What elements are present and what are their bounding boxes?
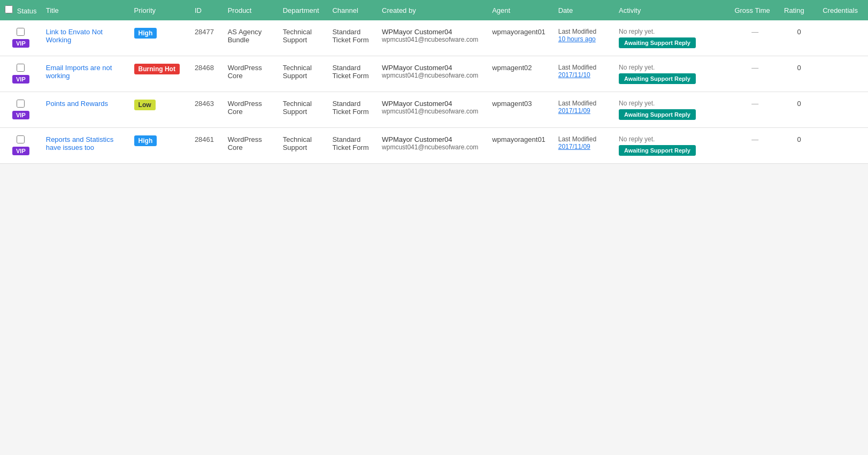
row-agent: wpmagent02 xyxy=(488,56,554,92)
col-header-id: ID xyxy=(190,0,224,20)
row-date: Last Modified 10 hours ago xyxy=(554,20,614,56)
table-header-row: Status Title Priority ID Product Departm… xyxy=(0,0,868,20)
row-agent: wpmagent03 xyxy=(488,92,554,128)
createdby-email: wpmcust041@ncubesofware.com xyxy=(382,72,483,79)
createdby-name: WPMayor Customer04 xyxy=(382,64,483,72)
row-credentials xyxy=(818,20,868,56)
row-status-cell: VIP xyxy=(0,92,42,128)
vip-badge: VIP xyxy=(12,75,29,84)
col-header-department: Department xyxy=(279,0,328,20)
date-label: Last Modified xyxy=(558,135,596,143)
tickets-table: Status Title Priority ID Product Departm… xyxy=(0,0,868,164)
createdby-email: wpmcust041@ncubesofware.com xyxy=(382,108,483,115)
row-credentials xyxy=(818,56,868,92)
row-rating: 0 xyxy=(780,20,818,56)
row-title[interactable]: Reports and Statistics have issues too xyxy=(42,128,130,164)
row-id: 28477 xyxy=(190,20,224,56)
row-createdby: WPMayor Customer04 wpmcust041@ncubesofwa… xyxy=(378,92,488,128)
activity-badge: Awaiting Support Reply xyxy=(619,145,696,156)
row-activity: No reply yet. Awaiting Support Reply xyxy=(614,56,730,92)
row-product: WordPress Core xyxy=(224,92,279,128)
date-label: Last Modified xyxy=(558,28,596,35)
col-header-product: Product xyxy=(224,0,279,20)
row-agent: wpmayoragent01 xyxy=(488,20,554,56)
table-row: VIP Link to Envato Not Working High 2847… xyxy=(0,20,868,56)
row-product: WordPress Core xyxy=(224,128,279,164)
col-header-agent: Agent xyxy=(488,0,554,20)
row-activity: No reply yet. Awaiting Support Reply xyxy=(614,92,730,128)
date-value[interactable]: 2017/11/09 xyxy=(558,107,590,115)
activity-badge: Awaiting Support Reply xyxy=(619,37,696,48)
priority-badge: High xyxy=(134,135,157,146)
row-grosstime: — xyxy=(730,128,780,164)
col-header-credentials: Credentials xyxy=(818,0,868,20)
row-priority: High xyxy=(130,20,190,56)
row-title[interactable]: Email Imports are not working xyxy=(42,56,130,92)
row-activity: No reply yet. Awaiting Support Reply xyxy=(614,20,730,56)
row-rating: 0 xyxy=(780,92,818,128)
row-channel: Standard Ticket Form xyxy=(328,92,378,128)
row-channel: Standard Ticket Form xyxy=(328,56,378,92)
row-checkbox-3[interactable] xyxy=(17,135,25,143)
row-createdby: WPMayor Customer04 wpmcust041@ncubesofwa… xyxy=(378,56,488,92)
col-header-channel: Channel xyxy=(328,0,378,20)
priority-badge: Low xyxy=(134,100,156,110)
row-date: Last Modified 2017/11/09 xyxy=(554,128,614,164)
col-header-title: Title xyxy=(42,0,130,20)
priority-badge: High xyxy=(134,28,157,39)
col-header-priority: Priority xyxy=(130,0,190,20)
no-reply-text: No reply yet. xyxy=(619,28,726,35)
col-status-label: Status xyxy=(17,7,37,15)
vip-badge: VIP xyxy=(12,39,29,48)
row-credentials xyxy=(818,92,868,128)
no-reply-text: No reply yet. xyxy=(619,100,726,107)
row-channel: Standard Ticket Form xyxy=(328,20,378,56)
activity-badge: Awaiting Support Reply xyxy=(619,109,696,120)
row-activity: No reply yet. Awaiting Support Reply xyxy=(614,128,730,164)
col-header-grosstime: Gross Time xyxy=(730,0,780,20)
row-date: Last Modified 2017/11/10 xyxy=(554,56,614,92)
table-row: VIP Reports and Statistics have issues t… xyxy=(0,128,868,164)
col-header-status[interactable]: Status xyxy=(0,0,42,20)
row-grosstime: — xyxy=(730,56,780,92)
row-createdby: WPMayor Customer04 wpmcust041@ncubesofwa… xyxy=(378,128,488,164)
row-product: WordPress Core xyxy=(224,56,279,92)
row-rating: 0 xyxy=(780,56,818,92)
row-title[interactable]: Points and Rewards xyxy=(42,92,130,128)
createdby-name: WPMayor Customer04 xyxy=(382,135,483,143)
row-checkbox-2[interactable] xyxy=(17,100,25,108)
select-all-checkbox[interactable] xyxy=(5,5,13,13)
row-priority: Low xyxy=(130,92,190,128)
row-channel: Standard Ticket Form xyxy=(328,128,378,164)
date-value[interactable]: 2017/11/09 xyxy=(558,143,590,150)
row-status-cell: VIP xyxy=(0,56,42,92)
row-credentials xyxy=(818,128,868,164)
row-status-cell: VIP xyxy=(0,128,42,164)
row-title[interactable]: Link to Envato Not Working xyxy=(42,20,130,56)
col-header-date: Date xyxy=(554,0,614,20)
row-checkbox-0[interactable] xyxy=(17,28,25,36)
createdby-email: wpmcust041@ncubesofware.com xyxy=(382,36,483,43)
row-department: Technical Support xyxy=(279,128,328,164)
col-header-rating: Rating xyxy=(780,0,818,20)
row-createdby: WPMayor Customer04 wpmcust041@ncubesofwa… xyxy=(378,20,488,56)
date-value[interactable]: 2017/11/10 xyxy=(558,71,590,79)
row-checkbox-1[interactable] xyxy=(17,64,25,72)
priority-badge: Burning Hot xyxy=(134,64,180,74)
date-label: Last Modified xyxy=(558,64,596,71)
row-department: Technical Support xyxy=(279,20,328,56)
vip-badge: VIP xyxy=(12,147,29,155)
tickets-table-wrapper: Status Title Priority ID Product Departm… xyxy=(0,0,868,164)
table-row: VIP Points and Rewards Low 28463 WordPre… xyxy=(0,92,868,128)
row-rating: 0 xyxy=(780,128,818,164)
row-priority: Burning Hot xyxy=(130,56,190,92)
row-product: AS Agency Bundle xyxy=(224,20,279,56)
col-header-createdby: Created by xyxy=(378,0,488,20)
row-agent: wpmayoragent01 xyxy=(488,128,554,164)
no-reply-text: No reply yet. xyxy=(619,64,726,71)
row-priority: High xyxy=(130,128,190,164)
row-grosstime: — xyxy=(730,92,780,128)
date-value[interactable]: 10 hours ago xyxy=(558,35,596,43)
row-id: 28468 xyxy=(190,56,224,92)
table-row: VIP Email Imports are not working Burnin… xyxy=(0,56,868,92)
